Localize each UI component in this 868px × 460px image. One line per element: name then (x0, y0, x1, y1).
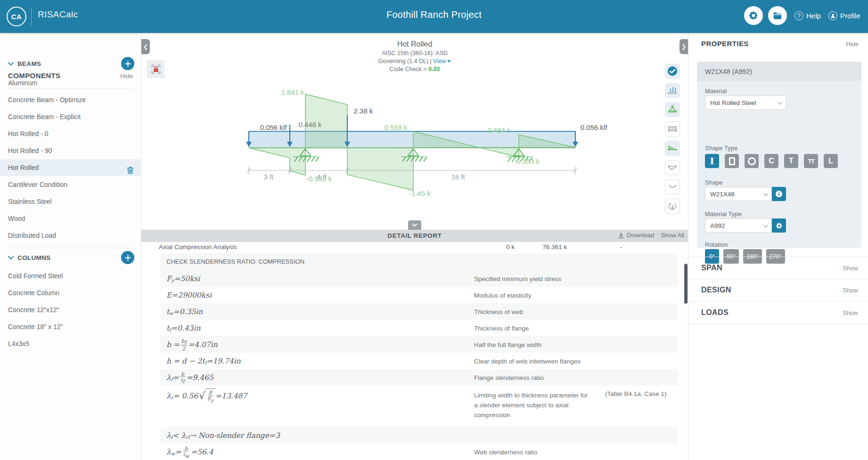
add-beam-button[interactable] (121, 57, 134, 70)
dist-load-right-label: 0.056 klf (581, 123, 608, 131)
code-check-toggle-button[interactable] (665, 64, 680, 79)
beam-canvas-area[interactable]: ❮ ❯ Hot Rolled AISC 15th (360-16): ASD G… (141, 33, 688, 460)
columns-group-header[interactable]: COLUMNS (8, 254, 50, 261)
report-summary-row[interactable]: Axial Compression Analysis 0 k 76.361 k … (141, 242, 688, 252)
beams-group-label: BEAMS (17, 60, 41, 67)
view-label: View (433, 58, 446, 65)
sidebar-item-distributed-load[interactable]: Distributed Load (0, 227, 141, 244)
shape-type-angle-button[interactable]: L (824, 154, 838, 168)
shape-select[interactable]: W21X48 (705, 187, 772, 201)
loads-toggle-button[interactable] (665, 83, 680, 98)
properties-hide-link[interactable]: Hide (846, 40, 859, 48)
collapse-right-panel-tab[interactable]: ❯ (680, 39, 688, 54)
sidebar-item-hot-rolled[interactable]: Hot Rolled (0, 159, 141, 176)
support-toggle-icon (667, 105, 678, 114)
shear-min3-label: -0.353 k (514, 157, 540, 165)
profile-button[interactable]: Profile (828, 11, 860, 20)
span-show-link[interactable]: Show (843, 265, 858, 272)
sidebar-item-wood[interactable]: Wood (0, 210, 141, 227)
formula: λf = btf=9.465 (166, 371, 213, 384)
loads-section-row[interactable]: LOADS Show (688, 302, 868, 324)
sidebar-item-aluminum[interactable]: Aluminum (0, 74, 141, 91)
design-show-link[interactable]: Show (843, 287, 858, 294)
shape-info-button[interactable] (772, 187, 786, 201)
sidebar-item-cold-formed-steel[interactable]: Cold Formed Steel (0, 267, 141, 284)
gear-icon (776, 222, 783, 229)
code-check-label: Code Check = (389, 66, 428, 73)
folder-icon (772, 10, 783, 21)
add-column-button[interactable] (121, 251, 134, 264)
deflection-diagram-button[interactable] (665, 179, 680, 194)
sidebar-item-concrete-12x12[interactable]: Concrete 12"x12" (0, 301, 141, 318)
chevron-down-icon (763, 191, 768, 196)
shape-type-label: Shape Type (705, 145, 737, 152)
point-load-1-label: 0.448 k (298, 121, 322, 129)
shape-type-channel-button[interactable]: C (764, 154, 778, 168)
sidebar-item-concrete-column[interactable]: Concrete Column (0, 284, 141, 301)
settings-button[interactable] (744, 6, 763, 25)
loads-show-link[interactable]: Show (843, 309, 858, 316)
view-dropdown-link[interactable]: View (433, 58, 451, 65)
formula: tf=0.43in (166, 324, 200, 332)
chevron-down-icon (763, 223, 768, 227)
sidebar-item-l4x3x5[interactable]: L4x3x5 (0, 335, 141, 352)
material-select[interactable]: Hot Rolled Steel (705, 96, 786, 110)
sidebar-item-cantilever-condition[interactable]: Cantilever Condition (0, 176, 141, 193)
shape-type-pipe-button[interactable] (745, 154, 759, 168)
download-icon (618, 232, 624, 239)
material-type-select[interactable]: A992 (705, 218, 772, 233)
report-collapse-button[interactable] (408, 220, 421, 230)
help-icon-glyph: ? (797, 13, 801, 19)
moment-diagram-button[interactable] (665, 160, 680, 175)
download-button[interactable]: Download (618, 232, 654, 239)
beams-group-header[interactable]: BEAMS (8, 60, 41, 67)
formula: h = d − 2tf=19.74in (166, 357, 241, 365)
report-row-fy: Fy=50ksi Specified minimum yield stress (160, 270, 678, 287)
sidebar-item-stainless-steel[interactable]: Stainless Steel (0, 193, 141, 210)
shape-type-tee-button[interactable]: T (784, 154, 798, 168)
code-check-value: 0.02 (428, 66, 440, 73)
formula: b = bf2=4.07in (166, 338, 218, 351)
tube-icon (729, 157, 735, 165)
formula-description: Thickness of web (474, 307, 597, 316)
divider (8, 248, 133, 248)
governing-line: Governing (1.4 DL) | View (141, 58, 688, 65)
axial-diagram-icon (668, 125, 677, 133)
detail-report-scrollbar[interactable] (684, 264, 688, 304)
shear-diagram-icon (668, 144, 677, 153)
design-section-row[interactable]: DESIGN Show (688, 279, 868, 302)
rotation-diagram-button[interactable] (665, 199, 680, 214)
check-circle-icon (667, 66, 678, 76)
rotation-label: Rotation (705, 241, 728, 248)
axial-diagram-button[interactable] (665, 121, 680, 137)
material-type-settings-button[interactable] (772, 218, 786, 233)
shear-min1-label: -0.932 k (306, 175, 332, 183)
help-button[interactable]: ? Help (794, 11, 821, 20)
shape-card-title: W21X48 (A992) (705, 68, 752, 75)
caret-down-icon (447, 60, 451, 63)
shape-type-tube-button[interactable] (725, 154, 739, 168)
span-section-row[interactable]: SPAN Show (688, 257, 868, 279)
ibeam-icon: I (710, 157, 714, 166)
sidebar-item-label: Hot Rolled (8, 164, 39, 171)
sidebar-item-concrete-18x12[interactable]: Concrete 18" x 12" (0, 318, 141, 335)
report-row-b: b = bf2=4.07in Half the full flange widt… (160, 336, 678, 353)
shape-type-ibeam-button[interactable]: I (705, 154, 719, 168)
shear-diagram-button[interactable] (665, 141, 680, 156)
supports-toggle-button[interactable] (665, 102, 680, 117)
shape-card-header[interactable]: W21X48 (A992) (697, 62, 861, 81)
sidebar-item-hot-rolled-0[interactable]: Hot Rolled - 0 (0, 125, 141, 142)
lock-zoom-button[interactable] (147, 60, 164, 78)
shear-pos3-label: 0.484 k (487, 126, 511, 134)
angle-icon: L (828, 157, 833, 165)
sidebar-item-concrete-beam-optimize[interactable]: Concrete Beam - Optimize (0, 91, 141, 108)
sidebar-item-hot-rolled-90[interactable]: Hot Rolled - 90 (0, 142, 141, 159)
sidebar-item-concrete-beam-explicit[interactable]: Concrete Beam - Explicit (0, 108, 141, 125)
shape-type-double-tee-button[interactable]: TT (804, 154, 818, 168)
deflection-diagram-icon (668, 183, 677, 191)
channel-icon: C (769, 157, 774, 165)
open-project-button[interactable] (768, 6, 787, 25)
collapse-left-panel-tab[interactable]: ❮ (141, 39, 150, 54)
show-all-button[interactable]: Show All (661, 232, 684, 239)
report-row-lambda-f: λf = btf=9.465 Flange slenderness ratio (160, 369, 678, 386)
